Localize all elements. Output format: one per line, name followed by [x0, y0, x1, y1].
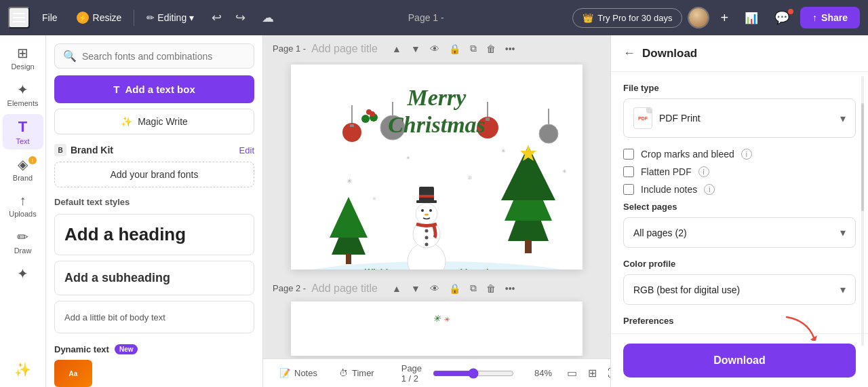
comments-button[interactable]: 💬: [769, 7, 795, 28]
page-lock-button[interactable]: 🔒: [446, 41, 464, 56]
download-panel: ← Download File type PDF PDF Print ▾ Cro…: [610, 35, 868, 387]
svg-point-20: [425, 236, 429, 240]
redo-button[interactable]: ↪: [230, 7, 251, 28]
fullscreen-button[interactable]: ⛶: [604, 365, 610, 382]
svg-text:Merry: Merry: [407, 85, 467, 110]
flatten-pdf-info-icon[interactable]: i: [698, 166, 709, 177]
resize-button[interactable]: ⚡ Resize: [70, 7, 129, 28]
undo-button[interactable]: ↩: [206, 7, 227, 28]
document-title: Page 1 -: [285, 12, 567, 23]
download-title: Download: [642, 47, 697, 60]
page1-label-bar: Page 1 - Add page title ▲ ▼ 👁 🔒 ⧉ 🗑 •••: [263, 35, 610, 62]
scrollbar-thumb: [861, 103, 864, 211]
pages-dropdown[interactable]: All pages (2) ▾: [623, 217, 856, 248]
page-more-button[interactable]: •••: [502, 41, 519, 56]
canvas-area: Page 1 - Add page title ▲ ▼ 👁 🔒 ⧉ 🗑 •••: [263, 35, 610, 387]
editing-mode-button[interactable]: ✏ Editing ▾: [140, 8, 201, 27]
page1-label: Page 1 -: [273, 43, 306, 54]
flatten-pdf-checkbox[interactable]: [623, 166, 634, 177]
download-header: ← Download: [611, 35, 868, 72]
include-notes-row: Include notes i: [623, 184, 856, 195]
page1-title[interactable]: Add page title: [311, 43, 378, 55]
timer-button[interactable]: ⏱ Timer: [334, 365, 380, 381]
page2-delete-button[interactable]: 🗑: [483, 281, 499, 296]
sidebar-item-text[interactable]: T Text: [3, 114, 43, 149]
page2-up-button[interactable]: ▲: [389, 281, 405, 296]
page-indicator: Page 1 / 2: [401, 363, 422, 384]
add-collaborator-button[interactable]: +: [715, 7, 734, 29]
sidebar-item-uploads[interactable]: ↑ Uploads: [3, 189, 43, 222]
svg-text:✳: ✳: [347, 177, 352, 185]
crop-marks-checkbox[interactable]: [623, 149, 634, 160]
user-avatar[interactable]: [688, 7, 709, 29]
design-icon: ⊞: [17, 45, 28, 61]
page-hide-button[interactable]: 👁: [427, 41, 443, 56]
color-profile-section: Color profile RGB (best for digital use)…: [623, 259, 856, 305]
try-pro-button[interactable]: 👑 Try Pro for 30 days: [572, 8, 682, 28]
page2-more-button[interactable]: •••: [502, 281, 519, 296]
download-scroll-area: File type PDF PDF Print ▾ Crop marks and…: [611, 72, 868, 333]
page-up-button[interactable]: ▲: [389, 41, 405, 56]
page2-lock-button[interactable]: 🔒: [446, 281, 464, 296]
canvas-page-1[interactable]: ✳ ✳ ❄ ❄ ✳ ✳ Merry Christmas Wishing you …: [291, 64, 583, 270]
page-copy-button[interactable]: ⧉: [467, 41, 480, 56]
include-notes-info-icon[interactable]: i: [704, 184, 715, 195]
sidebar-item-draw[interactable]: ✏ Draw: [3, 225, 43, 259]
notes-button[interactable]: 📝 Notes: [274, 365, 323, 381]
timer-icon: ⏱: [339, 368, 348, 378]
sidebar-item-design[interactable]: ⊞ Design: [3, 41, 43, 75]
flatten-pdf-row: Flatten PDF i: [623, 166, 856, 177]
sidebar-item-magic[interactable]: ✨: [3, 357, 43, 382]
sidebar-item-brand[interactable]: ◈ Brand !: [3, 152, 43, 186]
notes-icon: 📝: [279, 368, 290, 378]
subheading-style-item[interactable]: Add a subheading: [54, 261, 254, 295]
single-view-button[interactable]: ▭: [563, 365, 581, 382]
download-arrow-indicator: [780, 314, 821, 344]
svg-text:Christmas: Christmas: [388, 112, 486, 137]
include-notes-label: Include notes: [641, 184, 697, 195]
page2-copy-button[interactable]: ⧉: [467, 280, 480, 296]
search-input[interactable]: [82, 51, 245, 62]
preferences-label: Preferences: [623, 316, 856, 326]
body-style-item[interactable]: Add a little bit of body text: [54, 301, 254, 333]
brand-kit-edit-link[interactable]: Edit: [239, 145, 254, 155]
search-box[interactable]: 🔍: [54, 43, 254, 69]
elements-icon: ✦: [17, 81, 28, 98]
download-button-area: Download: [611, 333, 868, 387]
brand-icon: ◈: [18, 156, 28, 172]
analytics-button[interactable]: 📊: [739, 9, 764, 27]
grid-view-button[interactable]: ⊞: [584, 365, 601, 382]
add-brand-fonts-button[interactable]: Add your brand fonts: [54, 162, 254, 187]
back-button[interactable]: ←: [623, 46, 635, 60]
download-button[interactable]: Download: [623, 344, 856, 377]
scrollbar[interactable]: [860, 76, 864, 346]
share-button[interactable]: ↑ Share: [800, 7, 860, 29]
page-down-button[interactable]: ▼: [408, 41, 424, 56]
page-slider[interactable]: [433, 368, 514, 379]
preferences-section: Preferences: [623, 316, 856, 326]
sidebar-item-elements[interactable]: ✦ Elements: [3, 77, 43, 111]
draw-icon: ✏: [17, 229, 28, 245]
new-badge: New: [115, 344, 138, 354]
heading-style-item[interactable]: Add a heading: [54, 214, 254, 255]
hamburger-menu-button[interactable]: [8, 7, 30, 29]
sidebar-item-more[interactable]: ✦: [3, 261, 43, 286]
page-delete-button[interactable]: 🗑: [483, 41, 499, 56]
color-profile-dropdown[interactable]: RGB (best for digital use) ▾: [623, 274, 856, 305]
page2-title[interactable]: Add page title: [311, 282, 378, 295]
file-menu-button[interactable]: File: [35, 8, 64, 27]
canvas-page-2[interactable]: ✳ ✳: [291, 301, 583, 356]
page2-label-bar: Page 2 - Add page title ▲ ▼ 👁 🔒 ⧉ 🗑 •••: [263, 275, 610, 301]
crop-marks-label: Crop marks and bleed: [641, 149, 734, 160]
icon-sidebar: ⊞ Design ✦ Elements T Text ◈ Brand ! ↑ U…: [0, 35, 46, 387]
cloud-save-button[interactable]: ☁: [256, 7, 279, 28]
dynamic-card-1[interactable]: Aa: [54, 360, 92, 387]
add-text-button[interactable]: T Add a text box: [54, 75, 254, 103]
crop-marks-info-icon[interactable]: i: [741, 149, 752, 160]
include-notes-checkbox[interactable]: [623, 184, 634, 195]
file-type-dropdown[interactable]: PDF PDF Print ▾: [623, 98, 856, 138]
view-buttons: ▭ ⊞ ⛶: [563, 365, 610, 382]
magic-write-button[interactable]: ✨ Magic Write: [54, 109, 254, 134]
page2-down-button[interactable]: ▼: [408, 281, 424, 296]
page2-hide-button[interactable]: 👁: [427, 281, 443, 296]
